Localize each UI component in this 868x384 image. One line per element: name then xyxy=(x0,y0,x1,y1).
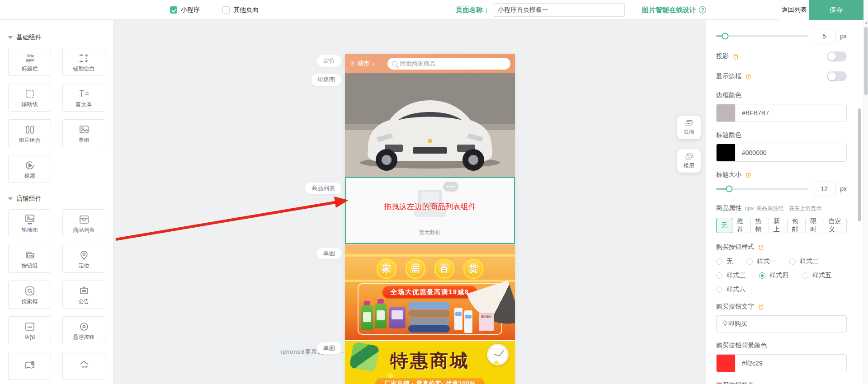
smart-design-link[interactable]: 图片智能在线设计 ? xyxy=(642,0,706,20)
slider-thumb[interactable] xyxy=(726,186,732,192)
search-icon xyxy=(392,61,397,66)
attr-option-none[interactable]: 无 xyxy=(716,218,732,233)
title-color-field[interactable]: #000000 xyxy=(716,144,847,162)
topbar: 小程序 其他页面 页面名称： 图片智能在线设计 ? 返回列表 保存 xyxy=(0,0,863,20)
style-option-6[interactable]: 样式六 xyxy=(716,286,745,294)
tile-guide-line[interactable]: 辅助线 xyxy=(8,84,51,112)
svg-text:BTN: BTN xyxy=(28,255,33,258)
attr-option-hot[interactable]: 热销 xyxy=(750,218,769,233)
attr-option-recommend[interactable]: 推荐 xyxy=(732,218,751,233)
title-color-swatch[interactable] xyxy=(717,144,736,161)
notice-icon xyxy=(78,285,90,297)
show-border-toggle[interactable] xyxy=(827,71,847,81)
shadow-toggle[interactable] xyxy=(827,52,847,61)
detergent-bottle xyxy=(375,303,387,328)
city-selector[interactable]: 城市 › xyxy=(349,60,375,68)
promo-text: 全场大优惠最高满19减8 xyxy=(382,286,477,298)
household-coin-row: 家 居 百 货 xyxy=(345,259,515,279)
search-box-icon xyxy=(24,285,36,297)
tile-single-image[interactable]: 单图 xyxy=(62,119,105,147)
save-button[interactable]: 保存 xyxy=(809,0,863,20)
back-to-list-button[interactable]: 返回列表 xyxy=(779,0,809,20)
alarm-icon xyxy=(745,73,752,80)
carousel-component[interactable] xyxy=(345,73,515,177)
buy-btn-style-label: 购买按钮样式 xyxy=(716,243,754,251)
tile-rich-text[interactable]: 富文本 xyxy=(62,84,105,112)
page-scrollbar[interactable]: ▲ xyxy=(863,0,868,384)
design-canvas: 定位 轮播图 商品列表 单图 iphone8屏幕高度------ 单图 城市 ›… xyxy=(113,20,706,384)
tile-location[interactable]: 定位 xyxy=(62,245,105,273)
tile-button-group[interactable]: BTN 按钮组 xyxy=(8,245,51,273)
miniprogram-checkbox[interactable] xyxy=(170,6,177,14)
border-color-field[interactable]: #BFB7B7 xyxy=(716,104,847,122)
tile-spacer[interactable]: 辅助空白 xyxy=(62,48,105,76)
section-shop-components[interactable]: 店铺组件 xyxy=(8,195,105,203)
panel-scrollbar-thumb[interactable] xyxy=(858,108,861,221)
page-name-input[interactable] xyxy=(493,3,625,17)
title-size-slider[interactable] xyxy=(716,188,808,190)
title-color-label: 标题颜色 xyxy=(716,131,847,139)
tile-carousel[interactable]: 轮播图 xyxy=(8,209,51,237)
spacing-value-input[interactable] xyxy=(813,29,835,43)
miniprogram-checkbox-label: 小程序 xyxy=(181,6,200,14)
single-image-icon xyxy=(78,124,90,136)
attr-option-new[interactable]: 新上 xyxy=(769,218,788,233)
floors-button[interactable]: 楼层 xyxy=(677,149,701,173)
tile-floating-button[interactable]: 悬浮按钮 xyxy=(62,316,105,344)
detergent-bottle xyxy=(361,305,373,330)
label-carousel: 轮播图 xyxy=(311,74,341,86)
shadow-row: 投影 xyxy=(716,52,847,61)
alarm-icon xyxy=(732,53,739,60)
slider-thumb[interactable] xyxy=(722,33,729,40)
back-to-top-icon: TOP xyxy=(78,359,90,371)
page-builder-app: 小程序 其他页面 页面名称： 图片智能在线设计 ? 返回列表 保存 基础组件 T… xyxy=(0,0,868,384)
buy-btn-bg-color-field[interactable]: #ff2c29 xyxy=(716,354,847,372)
title-size-input[interactable] xyxy=(813,182,835,196)
ellipsis-bubble-icon xyxy=(443,182,458,192)
other-pages-checkbox[interactable] xyxy=(222,6,230,14)
other-pages-checkbox-group[interactable]: 其他页面 xyxy=(222,0,259,20)
shop-components-grid: 轮播图 商品列表 BTN 按钮组 定位 xyxy=(8,209,105,380)
buy-btn-text-input[interactable] xyxy=(716,315,847,332)
style-option-1[interactable]: 样式一 xyxy=(746,258,776,266)
tile-notice[interactable]: 公告 xyxy=(62,281,105,309)
location-bar-component[interactable]: 城市 › 附近商家商品 xyxy=(345,54,515,73)
attr-option-custom[interactable]: 自定义 xyxy=(824,218,847,233)
video-icon xyxy=(24,159,36,171)
search-input[interactable]: 附近商家商品 xyxy=(387,58,510,70)
tile-title-bar[interactable]: Title 标题栏 xyxy=(8,48,51,76)
miniprogram-checkbox-group[interactable]: 小程序 xyxy=(170,0,200,20)
spacing-slider[interactable] xyxy=(716,35,808,37)
single-image-household-banner[interactable]: 家 居 百 货 全场大优惠最高满19减8 xyxy=(345,244,515,340)
help-icon[interactable]: ? xyxy=(699,6,706,14)
attr-option-limited[interactable]: 限时 xyxy=(805,218,824,233)
tile-image-group[interactable]: 图片组合 xyxy=(8,119,51,147)
tile-shop-sign[interactable]: 店招 xyxy=(8,316,51,344)
tissue-pack xyxy=(479,313,494,331)
shop-sign-icon xyxy=(24,321,36,332)
section-basic-components[interactable]: 基础组件 xyxy=(8,33,105,42)
buy-btn-text-label: 购买按钮文字 xyxy=(716,303,754,311)
collapse-arrow-icon xyxy=(8,197,13,200)
tile-search-box[interactable]: 搜索框 xyxy=(8,281,51,309)
style-option-3[interactable]: 样式三 xyxy=(716,272,745,280)
style-option-5[interactable]: 样式五 xyxy=(802,272,831,280)
buy-btn-bg-color-swatch[interactable] xyxy=(717,355,736,372)
tile-product-list[interactable]: 商品列表 xyxy=(62,209,105,237)
style-option-4[interactable]: 样式四 xyxy=(759,272,788,280)
svg-text:TOP: TOP xyxy=(81,365,88,369)
scroll-up-arrow-icon[interactable]: ▲ xyxy=(864,21,868,24)
pages-button[interactable]: 页面 xyxy=(677,116,701,139)
single-image-mall-banner[interactable]: 特惠商城 厂家直销 · 货真价实· 优惠100% xyxy=(345,341,515,384)
product-list-component[interactable]: 拖拽这左边的商品列表组件 暂无数据 xyxy=(345,177,515,244)
border-color-swatch[interactable] xyxy=(717,104,736,122)
attr-option-freeship[interactable]: 包邮 xyxy=(787,218,806,233)
style-option-2[interactable]: 样式二 xyxy=(789,258,819,266)
tile-map[interactable] xyxy=(8,352,51,380)
page-scrollbar-thumb[interactable] xyxy=(864,27,868,95)
title-bar-icon: Title xyxy=(24,52,36,64)
tile-back-to-top[interactable]: TOP xyxy=(62,352,105,380)
show-border-row: 显示边框 xyxy=(716,71,847,81)
style-option-none[interactable]: 无 xyxy=(716,258,733,266)
tile-video[interactable]: 视频 xyxy=(8,155,51,183)
